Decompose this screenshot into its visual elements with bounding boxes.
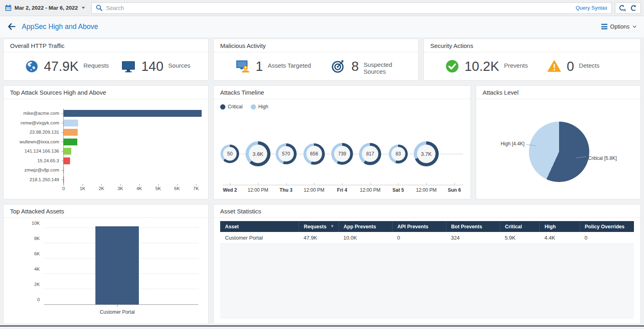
x-tick-mark bbox=[258, 183, 258, 185]
asset-table: AssetRequests▼App PreventsAPI PreventsBo… bbox=[220, 221, 634, 244]
timeline-donut[interactable]: 739 bbox=[331, 143, 353, 165]
bar-rxmw@vixgyk.com[interactable] bbox=[64, 120, 78, 126]
search-bar[interactable]: Query Syntax bbox=[91, 2, 612, 14]
topbar: Mar 2, 2022 - Mar 6, 2022 Query Syntax A bbox=[0, 0, 644, 16]
column-header-api-prevents[interactable]: API Prevents bbox=[392, 221, 446, 232]
timeline-donut[interactable]: 570 bbox=[276, 143, 297, 164]
date-range-picker[interactable]: Mar 2, 2022 - Mar 6, 2022 bbox=[5, 4, 85, 11]
metric-assets-targeted: 1 Assets Targeted bbox=[220, 59, 316, 74]
x-tick-mark bbox=[83, 184, 83, 186]
x-tick-label: 0 bbox=[62, 186, 65, 191]
hbar-row bbox=[64, 166, 202, 175]
donut-value: 3.7K bbox=[417, 145, 436, 163]
donut-value: 817 bbox=[362, 146, 378, 162]
metric-suspected-sources: 8 Suspected Sources bbox=[316, 58, 412, 75]
timeline-donut[interactable]: 656 bbox=[303, 143, 325, 165]
bar-218.1.250.149[interactable] bbox=[64, 176, 64, 183]
sort-descending-icon[interactable]: ▼ bbox=[330, 224, 334, 228]
card-title: Malicious Activity bbox=[214, 39, 418, 52]
window-bottom-edge bbox=[0, 324, 644, 327]
search-actions: A bbox=[615, 2, 641, 14]
hbar-row bbox=[64, 147, 202, 156]
timeline-donut[interactable]: 3.6K bbox=[246, 141, 270, 166]
category-tick bbox=[62, 123, 64, 123]
search-icon bbox=[96, 4, 103, 11]
globe-icon bbox=[25, 60, 38, 73]
x-tick-label: Thu 3 bbox=[280, 187, 293, 193]
x-tick-mark bbox=[177, 184, 178, 186]
donut-value: 739 bbox=[334, 146, 350, 162]
top-attacked-assets-chart: 02K4K6K8K10KCustomer Portal bbox=[10, 218, 202, 324]
x-tick-mark bbox=[398, 183, 398, 185]
x-tick-label: Fri 4 bbox=[337, 187, 347, 193]
category-label: rxmw@vixgyk.com bbox=[10, 118, 63, 128]
x-tick-label: 2K bbox=[99, 186, 104, 191]
category-tick bbox=[62, 170, 64, 171]
auto-refresh-toggle-button[interactable]: A bbox=[617, 3, 627, 13]
donut-value: 570 bbox=[278, 146, 294, 162]
refresh-button[interactable] bbox=[628, 3, 639, 13]
legend-item-high: High bbox=[251, 104, 268, 110]
options-menu-button[interactable]: Options bbox=[601, 23, 637, 30]
suspected-source-target-icon bbox=[331, 60, 346, 73]
table-cell: 5.9K bbox=[500, 232, 540, 244]
back-button[interactable] bbox=[7, 23, 16, 31]
card-attacks-timeline: Attacks Timeline CriticalHigh503.6K57065… bbox=[213, 85, 471, 199]
x-tick-label: 12:00 PM bbox=[304, 187, 324, 193]
dashboard-grid: Overall HTTP Traffic 47.9K Requests 140 … bbox=[0, 37, 644, 324]
column-header-label: Asset bbox=[225, 224, 239, 230]
bar-141.124.166.136[interactable] bbox=[64, 148, 71, 155]
bar-zmwjz@vfjp.com[interactable] bbox=[64, 167, 64, 174]
donut-value: 50 bbox=[223, 147, 237, 161]
bar-15.24.65.3[interactable] bbox=[64, 157, 70, 164]
x-tick-mark bbox=[342, 183, 343, 185]
attacks-level-pie[interactable] bbox=[529, 122, 589, 182]
hbar-row bbox=[64, 128, 202, 137]
x-tick-mark bbox=[426, 183, 427, 185]
bar-Customer Portal[interactable] bbox=[95, 226, 139, 304]
column-header-high[interactable]: High bbox=[540, 221, 580, 232]
metric-value: 10.2K bbox=[464, 59, 499, 74]
bar-wultewn@ixxa.com[interactable] bbox=[64, 139, 77, 145]
table-row[interactable]: Customer Portal47.9K10.0K03245.9K4.4K0 bbox=[220, 232, 634, 244]
x-tick-label: 7K bbox=[193, 186, 199, 191]
y-tick-label: 2K bbox=[34, 282, 40, 287]
category-tick bbox=[62, 151, 64, 152]
x-tick-label: 4K bbox=[136, 186, 142, 191]
category-tick bbox=[62, 161, 64, 161]
bar-23.98.209.131[interactable] bbox=[64, 129, 78, 136]
donut-value: 656 bbox=[306, 146, 322, 161]
search-input[interactable] bbox=[106, 5, 576, 11]
hbar-category-labels: mike@acme.comrxmw@vixgyk.com23.98.209.13… bbox=[10, 109, 63, 184]
query-syntax-link[interactable]: Query Syntax bbox=[576, 5, 607, 11]
bar-mike@acme.com[interactable] bbox=[64, 110, 202, 117]
x-tick-label: Sat 5 bbox=[392, 187, 404, 193]
column-header-app-prevents[interactable]: App Prevents bbox=[339, 221, 392, 232]
timeline-plot-area: 503.6K570656739817833.7KWed 212:00 PMThu… bbox=[220, 110, 464, 198]
legend-item-critical: Critical bbox=[220, 104, 243, 110]
category-tick bbox=[62, 132, 64, 133]
pie-label-critical: Critical [5.8K] bbox=[588, 155, 617, 161]
column-header-requests[interactable]: Requests▼ bbox=[299, 221, 339, 232]
category-label: zmwjz@vfjp.com bbox=[10, 166, 63, 175]
card-top-attacked-assets: Top Attacked Assets 02K4K6K8K10KCustomer… bbox=[3, 204, 208, 324]
card-overall-http-traffic: Overall HTTP Traffic 47.9K Requests 140 … bbox=[3, 39, 208, 81]
timeline-donut[interactable]: 817 bbox=[359, 143, 381, 165]
top-attack-sources-chart: mike@acme.comrxmw@vixgyk.com23.98.209.13… bbox=[10, 109, 202, 192]
metric-label: Prevents bbox=[504, 62, 528, 69]
metric-detects: 0 Detects bbox=[532, 59, 634, 74]
metric-requests: 47.9K Requests bbox=[10, 59, 106, 74]
column-header-asset[interactable]: Asset bbox=[220, 221, 299, 232]
timeline-donut[interactable]: 50 bbox=[221, 145, 239, 163]
column-header-policy-overrides[interactable]: Policy Overrides bbox=[580, 221, 634, 232]
column-header-label: Critical bbox=[505, 224, 522, 230]
x-tick-mark bbox=[64, 184, 64, 186]
column-header-bot-prevents[interactable]: Bot Prevents bbox=[446, 221, 500, 232]
column-header-label: API Prevents bbox=[397, 224, 428, 230]
timeline-donut[interactable]: 83 bbox=[389, 145, 408, 163]
timeline-donut[interactable]: 3.7K bbox=[414, 141, 439, 166]
page-title: AppSec High and Above bbox=[22, 23, 98, 31]
x-tick-mark bbox=[120, 184, 121, 186]
column-header-critical[interactable]: Critical bbox=[500, 221, 540, 232]
card-attacks-level: Attacks Level High [4.4K]Critical [5.8K] bbox=[476, 85, 641, 199]
